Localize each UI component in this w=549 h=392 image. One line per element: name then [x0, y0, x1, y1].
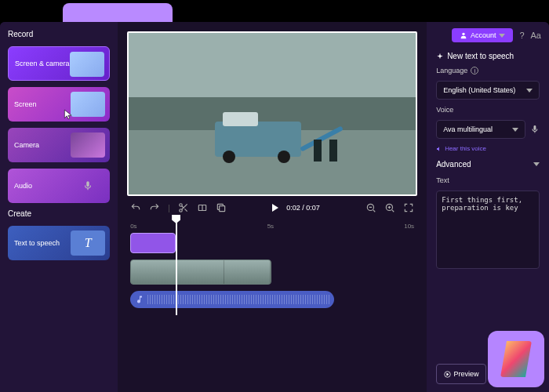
timeline[interactable]: 0s 5s 10s — [127, 223, 417, 383]
svg-rect-3 — [219, 206, 224, 212]
account-button[interactable]: Account — [452, 28, 514, 42]
record-section-label: Record — [8, 30, 110, 38]
mic-icon[interactable] — [530, 124, 540, 135]
text-label: Text — [436, 176, 540, 184]
sidebar-item-label: Screen — [14, 100, 37, 108]
mic-icon — [71, 173, 105, 198]
ruler-mark: 5s — [267, 223, 274, 230]
browser-tab[interactable] — [63, 3, 173, 22]
voice-dropdown[interactable]: Ava multilingual — [436, 120, 525, 139]
video-clip[interactable] — [130, 260, 271, 285]
sidebar-item-label: Camera — [14, 141, 39, 149]
card-screen[interactable]: Screen — [8, 87, 110, 122]
preview-content — [329, 140, 337, 162]
font-badge[interactable]: Aa — [531, 31, 541, 40]
logo-icon — [500, 341, 532, 377]
svg-point-1 — [179, 209, 182, 212]
account-label: Account — [471, 31, 496, 39]
scissors-icon[interactable] — [178, 202, 189, 213]
advanced-toggle[interactable]: Advanced — [436, 158, 540, 170]
create-section-label: Create — [8, 209, 110, 218]
music-note-icon — [135, 295, 144, 304]
panel-title-text: New text to speech — [447, 52, 514, 60]
redo-icon[interactable] — [149, 202, 160, 213]
ruler-mark: 0s — [130, 223, 136, 230]
app-window: Record Screen & camera Screen Camera Aud… — [0, 22, 549, 392]
card-screen-camera[interactable]: Screen & camera — [8, 46, 110, 81]
help-icon[interactable]: ? — [519, 31, 524, 40]
language-label: Language i — [436, 67, 540, 74]
chevron-down-icon — [533, 162, 540, 166]
hear-voice-label: Hear this voice — [445, 145, 486, 152]
sidebar-item-label: Audio — [14, 182, 32, 190]
preview-label: Preview — [454, 370, 479, 378]
card-text-to-speech[interactable]: Text to speech T — [8, 226, 110, 260]
speaker-icon — [436, 146, 442, 152]
screen-thumbnail-icon — [71, 92, 105, 117]
voice-label: Voice — [436, 106, 540, 114]
panel-title: New text to speech — [436, 52, 540, 60]
playhead[interactable] — [176, 221, 177, 315]
main-content: | 0:02 / 0:07 0s 5s 10s — [118, 22, 427, 392]
header-actions: Account ? Aa — [434, 28, 541, 42]
undo-icon[interactable] — [130, 202, 141, 213]
play-circle-icon — [444, 371, 451, 378]
chevron-down-icon — [526, 89, 533, 93]
voice-value: Ava multilingual — [443, 125, 493, 133]
timeline-ruler: 0s 5s 10s — [127, 223, 417, 233]
screen-thumbnail-icon — [70, 52, 104, 77]
zoom-out-icon[interactable] — [365, 202, 376, 213]
text-input[interactable] — [436, 191, 540, 269]
user-icon — [460, 31, 467, 39]
sidebar-item-label: Screen & camera — [15, 60, 70, 67]
play-icon[interactable] — [272, 204, 278, 212]
app-logo — [488, 331, 544, 387]
sparkle-icon — [436, 53, 444, 60]
advanced-label: Advanced — [436, 160, 471, 169]
language-dropdown[interactable]: English (United States) — [436, 81, 540, 100]
chevron-down-icon — [512, 128, 518, 132]
language-value: English (United States) — [443, 86, 515, 94]
timeline-track[interactable] — [127, 291, 417, 314]
info-icon[interactable]: i — [471, 67, 478, 74]
timeline-track[interactable] — [127, 260, 417, 288]
fullscreen-icon[interactable] — [403, 202, 414, 213]
preview-content — [215, 122, 301, 157]
preview-content — [314, 140, 322, 162]
svg-point-0 — [179, 204, 182, 207]
card-audio[interactable]: Audio — [8, 169, 110, 203]
time-display: 0:02 / 0:07 — [286, 204, 320, 212]
svg-point-6 — [462, 33, 464, 35]
waveform-icon — [147, 295, 329, 304]
preview-button[interactable]: Preview — [436, 364, 486, 384]
tts-thumbnail-icon: T — [71, 230, 105, 256]
timeline-track[interactable] — [127, 233, 417, 256]
separator: | — [168, 204, 170, 212]
transport-bar: | 0:02 / 0:07 — [127, 196, 417, 220]
chevron-down-icon — [499, 34, 505, 38]
card-camera[interactable]: Camera — [8, 128, 110, 162]
hear-voice-link[interactable]: Hear this voice — [436, 145, 540, 152]
split-icon[interactable] — [197, 202, 208, 213]
tts-clip[interactable] — [130, 233, 176, 253]
ruler-mark: 10s — [404, 223, 414, 230]
sidebar: Record Screen & camera Screen Camera Aud… — [0, 22, 118, 392]
camera-thumbnail-icon — [71, 132, 105, 158]
audio-clip[interactable] — [130, 291, 334, 308]
copy-icon[interactable] — [216, 202, 227, 213]
video-preview[interactable] — [127, 31, 417, 196]
sidebar-item-label: Text to speech — [14, 239, 60, 247]
zoom-in-icon[interactable] — [384, 202, 395, 213]
